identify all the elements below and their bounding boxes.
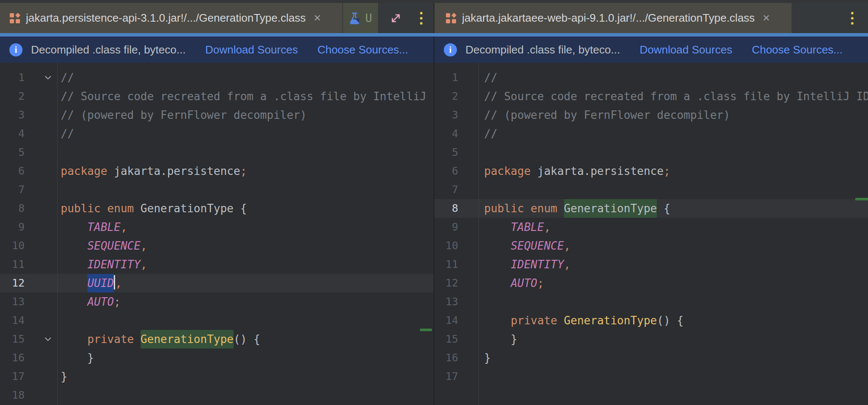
close-tab-icon[interactable]: ✕: [313, 14, 321, 23]
code-token: [484, 258, 511, 271]
fold-chevron-icon[interactable]: [25, 68, 57, 87]
line-number: 3: [0, 106, 25, 124]
code-line[interactable]: 11 IDENTITY,: [0, 255, 434, 274]
code-text: // (powered by FernFlower decompiler): [57, 106, 307, 124]
line-number: 13: [434, 292, 458, 311]
download-sources-link[interactable]: Download Sources: [640, 43, 732, 56]
code-line[interactable]: 15 }: [434, 330, 868, 349]
code-line[interactable]: 3// (powered by FernFlower decompiler): [434, 106, 868, 124]
code-line[interactable]: 8public enum GenerationType {: [0, 199, 434, 218]
code-line[interactable]: 9 TABLE,: [0, 218, 434, 236]
gutter-separator: [479, 63, 479, 405]
choose-sources-link[interactable]: Choose Sources...: [317, 43, 408, 56]
scrollbar-highlight-mark[interactable]: [420, 329, 432, 331]
code-line[interactable]: 18: [0, 386, 434, 405]
code-token: ;: [240, 165, 247, 177]
fold-chevron-icon[interactable]: [25, 330, 57, 349]
code-text: [479, 180, 484, 199]
line-number: 3: [434, 106, 458, 124]
code-text: //: [57, 68, 74, 87]
line-number: 11: [0, 255, 25, 274]
code-line[interactable]: 1//: [434, 68, 868, 87]
code-editor-right[interactable]: 1//2// Source code recreated from a .cla…: [434, 63, 868, 405]
line-number: 18: [0, 386, 25, 405]
code-line[interactable]: 7: [0, 180, 434, 199]
line-number: 4: [0, 124, 25, 143]
code-token: SEQUENCE: [511, 239, 564, 252]
code-line[interactable]: 16 }: [0, 349, 434, 367]
expand-icon[interactable]: [389, 12, 402, 25]
code-line[interactable]: 13: [434, 292, 868, 311]
line-number: 16: [0, 349, 25, 367]
code-text: [57, 386, 61, 405]
code-line[interactable]: 6package jakarta.persistence;: [434, 162, 868, 180]
code-line[interactable]: 17}: [0, 367, 434, 386]
code-line[interactable]: 2// Source code recreated from a .class …: [0, 87, 434, 106]
code-line[interactable]: 2// Source code recreated from a .class …: [434, 87, 868, 106]
code-token: GenerationType: [564, 314, 657, 327]
fold-area: [458, 311, 479, 330]
selected-text: UUID: [87, 274, 114, 292]
code-line[interactable]: 14: [0, 311, 434, 330]
code-line[interactable]: 11 IDENTITY,: [434, 255, 868, 274]
code-editor-left[interactable]: 1//2// Source code recreated from a .cla…: [0, 63, 434, 405]
tab-partial-hidden[interactable]: U: [342, 3, 378, 33]
choose-sources-link[interactable]: Choose Sources...: [752, 43, 843, 56]
download-sources-link[interactable]: Download Sources: [205, 43, 298, 56]
code-text: // Source code recreated from a .class f…: [479, 87, 868, 106]
code-line[interactable]: 13 AUTO;: [0, 292, 434, 311]
code-text: }: [57, 349, 94, 367]
tab-persistence-api[interactable]: jakarta.persistence-api-3.1.0.jar!/.../G…: [0, 3, 342, 33]
line-number: 8: [434, 199, 458, 218]
code-token: [524, 202, 531, 215]
code-line[interactable]: 4//: [434, 124, 868, 143]
line-number: 16: [434, 349, 458, 367]
more-options-icon[interactable]: [848, 9, 856, 27]
code-line[interactable]: 10 SEQUENCE,: [434, 236, 868, 255]
code-line[interactable]: 3// (powered by FernFlower decompiler): [0, 106, 434, 124]
banner-message: Decompiled .class file, byteco...: [31, 43, 186, 56]
more-options-icon[interactable]: [417, 9, 425, 27]
code-token: [134, 333, 141, 346]
line-number: 2: [434, 87, 458, 106]
code-token: jakarta.persistence: [107, 165, 240, 177]
line-number: 1: [0, 68, 25, 87]
code-line[interactable]: 10 SEQUENCE,: [0, 236, 434, 255]
code-token: // (powered by FernFlower decompiler): [61, 109, 307, 121]
code-line[interactable]: 4//: [0, 124, 434, 143]
code-token: [61, 295, 87, 308]
fold-area: [458, 162, 479, 180]
banner-message: Decompiled .class file, byteco...: [465, 43, 620, 56]
code-line[interactable]: 12 AUTO;: [434, 274, 868, 292]
scrollbar-highlight-mark[interactable]: [855, 198, 868, 200]
code-line[interactable]: 9 TABLE,: [434, 218, 868, 236]
active-editor-accent-line: [0, 33, 868, 37]
code-text: // Source code recreated from a .class f…: [57, 87, 434, 106]
code-line[interactable]: 7: [434, 180, 868, 199]
code-text: [479, 292, 484, 311]
code-line[interactable]: 17: [434, 367, 868, 386]
info-icon: i: [9, 43, 23, 56]
code-token: //: [61, 71, 74, 84]
line-number: 8: [0, 199, 25, 218]
code-line[interactable]: 5: [434, 143, 868, 162]
fold-area: [25, 162, 57, 180]
info-icon: i: [444, 43, 457, 56]
code-line[interactable]: 8public enum GenerationType {: [434, 199, 868, 218]
code-token: GenerationType {: [134, 202, 247, 215]
code-token: ,: [141, 258, 147, 271]
code-line[interactable]: 6package jakarta.persistence;: [0, 162, 434, 180]
close-tab-icon[interactable]: ✕: [762, 14, 770, 23]
fold-area: [25, 255, 57, 274]
code-token: // Source code recreated from a .class f…: [484, 90, 868, 103]
code-text: TABLE,: [479, 218, 551, 236]
code-line[interactable]: 14 private GenerationType() {: [434, 311, 868, 330]
code-line[interactable]: 5: [0, 143, 434, 162]
tab-jakartaee-web-api[interactable]: jakarta.jakartaee-web-api-9.1.0.jar!/...…: [434, 3, 792, 33]
code-line[interactable]: 12 UUID,: [0, 274, 434, 292]
code-token: package: [61, 165, 107, 177]
code-line[interactable]: 15 private GenerationType() {: [0, 330, 434, 349]
code-line[interactable]: 16}: [434, 349, 868, 367]
code-line[interactable]: 1//: [0, 68, 434, 87]
fold-area: [458, 106, 479, 124]
